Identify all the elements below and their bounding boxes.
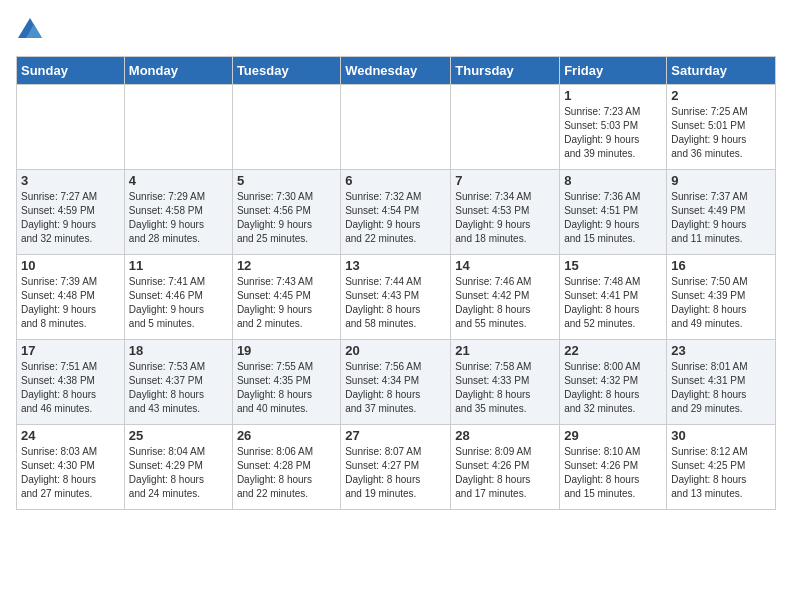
day-number: 8: [564, 173, 662, 188]
day-info: Sunrise: 7:53 AM Sunset: 4:37 PM Dayligh…: [129, 360, 228, 416]
calendar-day-cell: 8Sunrise: 7:36 AM Sunset: 4:51 PM Daylig…: [560, 170, 667, 255]
day-info: Sunrise: 7:41 AM Sunset: 4:46 PM Dayligh…: [129, 275, 228, 331]
calendar-day-cell: [341, 85, 451, 170]
calendar-day-cell: 25Sunrise: 8:04 AM Sunset: 4:29 PM Dayli…: [124, 425, 232, 510]
day-number: 23: [671, 343, 771, 358]
day-info: Sunrise: 7:37 AM Sunset: 4:49 PM Dayligh…: [671, 190, 771, 246]
day-info: Sunrise: 7:27 AM Sunset: 4:59 PM Dayligh…: [21, 190, 120, 246]
day-number: 17: [21, 343, 120, 358]
day-info: Sunrise: 8:01 AM Sunset: 4:31 PM Dayligh…: [671, 360, 771, 416]
day-info: Sunrise: 7:25 AM Sunset: 5:01 PM Dayligh…: [671, 105, 771, 161]
calendar-day-cell: [232, 85, 340, 170]
weekday-header-tuesday: Tuesday: [232, 57, 340, 85]
day-info: Sunrise: 7:32 AM Sunset: 4:54 PM Dayligh…: [345, 190, 446, 246]
day-info: Sunrise: 7:43 AM Sunset: 4:45 PM Dayligh…: [237, 275, 336, 331]
weekday-header-saturday: Saturday: [667, 57, 776, 85]
day-number: 20: [345, 343, 446, 358]
day-number: 13: [345, 258, 446, 273]
calendar-day-cell: [17, 85, 125, 170]
day-number: 15: [564, 258, 662, 273]
calendar-day-cell: 29Sunrise: 8:10 AM Sunset: 4:26 PM Dayli…: [560, 425, 667, 510]
calendar-day-cell: 2Sunrise: 7:25 AM Sunset: 5:01 PM Daylig…: [667, 85, 776, 170]
day-info: Sunrise: 8:07 AM Sunset: 4:27 PM Dayligh…: [345, 445, 446, 501]
day-number: 1: [564, 88, 662, 103]
logo-icon: [16, 16, 44, 44]
day-info: Sunrise: 7:23 AM Sunset: 5:03 PM Dayligh…: [564, 105, 662, 161]
day-number: 9: [671, 173, 771, 188]
calendar-day-cell: 10Sunrise: 7:39 AM Sunset: 4:48 PM Dayli…: [17, 255, 125, 340]
day-info: Sunrise: 7:30 AM Sunset: 4:56 PM Dayligh…: [237, 190, 336, 246]
day-info: Sunrise: 8:00 AM Sunset: 4:32 PM Dayligh…: [564, 360, 662, 416]
day-number: 5: [237, 173, 336, 188]
calendar-day-cell: 30Sunrise: 8:12 AM Sunset: 4:25 PM Dayli…: [667, 425, 776, 510]
weekday-header-wednesday: Wednesday: [341, 57, 451, 85]
calendar-day-cell: 28Sunrise: 8:09 AM Sunset: 4:26 PM Dayli…: [451, 425, 560, 510]
day-info: Sunrise: 7:56 AM Sunset: 4:34 PM Dayligh…: [345, 360, 446, 416]
day-number: 18: [129, 343, 228, 358]
calendar-day-cell: 26Sunrise: 8:06 AM Sunset: 4:28 PM Dayli…: [232, 425, 340, 510]
day-number: 24: [21, 428, 120, 443]
day-number: 21: [455, 343, 555, 358]
day-number: 11: [129, 258, 228, 273]
day-info: Sunrise: 8:06 AM Sunset: 4:28 PM Dayligh…: [237, 445, 336, 501]
weekday-header-friday: Friday: [560, 57, 667, 85]
day-info: Sunrise: 7:44 AM Sunset: 4:43 PM Dayligh…: [345, 275, 446, 331]
calendar-day-cell: 5Sunrise: 7:30 AM Sunset: 4:56 PM Daylig…: [232, 170, 340, 255]
day-number: 12: [237, 258, 336, 273]
calendar-week-row: 24Sunrise: 8:03 AM Sunset: 4:30 PM Dayli…: [17, 425, 776, 510]
calendar-week-row: 10Sunrise: 7:39 AM Sunset: 4:48 PM Dayli…: [17, 255, 776, 340]
day-number: 22: [564, 343, 662, 358]
day-number: 26: [237, 428, 336, 443]
logo: [16, 16, 48, 44]
calendar-day-cell: 24Sunrise: 8:03 AM Sunset: 4:30 PM Dayli…: [17, 425, 125, 510]
calendar-day-cell: 7Sunrise: 7:34 AM Sunset: 4:53 PM Daylig…: [451, 170, 560, 255]
calendar-week-row: 3Sunrise: 7:27 AM Sunset: 4:59 PM Daylig…: [17, 170, 776, 255]
day-number: 25: [129, 428, 228, 443]
calendar-day-cell: 11Sunrise: 7:41 AM Sunset: 4:46 PM Dayli…: [124, 255, 232, 340]
calendar-day-cell: 3Sunrise: 7:27 AM Sunset: 4:59 PM Daylig…: [17, 170, 125, 255]
calendar-day-cell: 27Sunrise: 8:07 AM Sunset: 4:27 PM Dayli…: [341, 425, 451, 510]
day-number: 14: [455, 258, 555, 273]
day-info: Sunrise: 7:50 AM Sunset: 4:39 PM Dayligh…: [671, 275, 771, 331]
calendar-day-cell: 18Sunrise: 7:53 AM Sunset: 4:37 PM Dayli…: [124, 340, 232, 425]
day-info: Sunrise: 7:48 AM Sunset: 4:41 PM Dayligh…: [564, 275, 662, 331]
day-info: Sunrise: 7:36 AM Sunset: 4:51 PM Dayligh…: [564, 190, 662, 246]
calendar-day-cell: 13Sunrise: 7:44 AM Sunset: 4:43 PM Dayli…: [341, 255, 451, 340]
day-info: Sunrise: 7:51 AM Sunset: 4:38 PM Dayligh…: [21, 360, 120, 416]
day-number: 4: [129, 173, 228, 188]
day-info: Sunrise: 8:12 AM Sunset: 4:25 PM Dayligh…: [671, 445, 771, 501]
day-info: Sunrise: 7:39 AM Sunset: 4:48 PM Dayligh…: [21, 275, 120, 331]
calendar-header-row: SundayMondayTuesdayWednesdayThursdayFrid…: [17, 57, 776, 85]
calendar-day-cell: 19Sunrise: 7:55 AM Sunset: 4:35 PM Dayli…: [232, 340, 340, 425]
calendar-day-cell: [451, 85, 560, 170]
day-info: Sunrise: 8:04 AM Sunset: 4:29 PM Dayligh…: [129, 445, 228, 501]
day-number: 27: [345, 428, 446, 443]
day-number: 16: [671, 258, 771, 273]
day-number: 6: [345, 173, 446, 188]
calendar-day-cell: 15Sunrise: 7:48 AM Sunset: 4:41 PM Dayli…: [560, 255, 667, 340]
day-number: 29: [564, 428, 662, 443]
calendar-day-cell: 12Sunrise: 7:43 AM Sunset: 4:45 PM Dayli…: [232, 255, 340, 340]
day-number: 7: [455, 173, 555, 188]
calendar-day-cell: 23Sunrise: 8:01 AM Sunset: 4:31 PM Dayli…: [667, 340, 776, 425]
calendar-table: SundayMondayTuesdayWednesdayThursdayFrid…: [16, 56, 776, 510]
day-info: Sunrise: 8:09 AM Sunset: 4:26 PM Dayligh…: [455, 445, 555, 501]
weekday-header-sunday: Sunday: [17, 57, 125, 85]
day-number: 19: [237, 343, 336, 358]
day-number: 10: [21, 258, 120, 273]
calendar-day-cell: [124, 85, 232, 170]
day-number: 2: [671, 88, 771, 103]
day-info: Sunrise: 8:03 AM Sunset: 4:30 PM Dayligh…: [21, 445, 120, 501]
day-number: 3: [21, 173, 120, 188]
day-info: Sunrise: 7:29 AM Sunset: 4:58 PM Dayligh…: [129, 190, 228, 246]
calendar-day-cell: 17Sunrise: 7:51 AM Sunset: 4:38 PM Dayli…: [17, 340, 125, 425]
calendar-day-cell: 9Sunrise: 7:37 AM Sunset: 4:49 PM Daylig…: [667, 170, 776, 255]
calendar-day-cell: 16Sunrise: 7:50 AM Sunset: 4:39 PM Dayli…: [667, 255, 776, 340]
calendar-week-row: 17Sunrise: 7:51 AM Sunset: 4:38 PM Dayli…: [17, 340, 776, 425]
calendar-day-cell: 21Sunrise: 7:58 AM Sunset: 4:33 PM Dayli…: [451, 340, 560, 425]
day-number: 30: [671, 428, 771, 443]
day-number: 28: [455, 428, 555, 443]
page-header: [16, 16, 776, 44]
weekday-header-monday: Monday: [124, 57, 232, 85]
calendar-day-cell: 20Sunrise: 7:56 AM Sunset: 4:34 PM Dayli…: [341, 340, 451, 425]
